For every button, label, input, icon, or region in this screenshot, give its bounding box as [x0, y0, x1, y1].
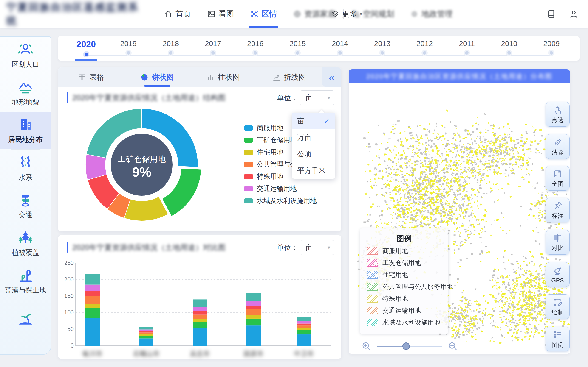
sidebar-item-island[interactable]: [0, 300, 51, 337]
pie-legend-item[interactable]: 特殊用地: [244, 172, 284, 181]
bar-segment-交通运输用地[interactable]: [246, 301, 261, 306]
bar-segment-工矿仓储用地[interactable]: [246, 319, 261, 325]
bar-segment-特殊用地[interactable]: [246, 306, 261, 309]
map-tool-标注[interactable]: 标注: [545, 198, 570, 223]
bar-segment-住宅用地[interactable]: [297, 328, 311, 330]
sidebar-item-地形地貌[interactable]: 地形地貌: [0, 74, 51, 112]
pie-legend-item[interactable]: 住宅用地: [244, 148, 284, 157]
bar-segment-特殊用地[interactable]: [86, 291, 100, 296]
tab-折线图[interactable]: 折线图: [256, 67, 322, 87]
collapse-panel-button[interactable]: «: [322, 67, 341, 87]
tab-饼状图[interactable]: 饼状图: [124, 67, 190, 87]
nav-item-more[interactable]: 更多 ▾: [324, 0, 369, 28]
bar-segment-水域及水利设施用地[interactable]: [246, 293, 261, 301]
terrain-icon: [17, 79, 34, 95]
zoom-slider-track[interactable]: [377, 346, 442, 347]
stacked-bar-chart[interactable]: 250200150100500: [65, 260, 336, 349]
bar-segment-住宅用地[interactable]: [86, 304, 100, 308]
map-tool-GPS[interactable]: GPS: [545, 262, 570, 287]
map-tool-全图[interactable]: 全图: [545, 166, 570, 191]
sidebar-item-交通[interactable]: 交通: [0, 187, 51, 225]
timeline-year-2017[interactable]: 2017: [199, 36, 227, 60]
donut-chart[interactable]: 工矿仓储用地9%: [82, 105, 201, 224]
bar-segment-工矿仓储用地[interactable]: [86, 308, 100, 318]
timeline-year-2009[interactable]: 2009: [538, 36, 565, 60]
bar-segment-交通运输用地[interactable]: [139, 329, 153, 331]
nav-item-2[interactable]: 看图: [199, 0, 242, 28]
bar-segment-住宅用地[interactable]: [193, 319, 207, 322]
pie-legend-item[interactable]: 工矿仓储用地: [244, 135, 297, 145]
nav-divider: [460, 9, 461, 19]
nav-item-1[interactable]: 首页: [156, 0, 199, 28]
bar-segment-商服用地[interactable]: [139, 338, 153, 346]
bar-segment-公共管理与公共服务用地[interactable]: [297, 325, 311, 328]
timeline-year-2018[interactable]: 2018: [157, 36, 184, 60]
nav-item-3[interactable]: 区情: [242, 0, 285, 28]
map-tool-绘制[interactable]: 绘制: [545, 294, 570, 319]
bar-segment-工矿仓储用地[interactable]: [297, 330, 311, 334]
unit-select-bar[interactable]: 亩 ▾: [300, 240, 334, 255]
bar-segment-水域及水利设施用地[interactable]: [139, 327, 153, 330]
bar-segment-商服用地[interactable]: [246, 325, 261, 346]
bar-segment-公共管理与公共服务用地[interactable]: [246, 309, 261, 315]
user-icon[interactable]: [569, 9, 579, 19]
map-tool-对比[interactable]: 对比: [545, 230, 570, 255]
timeline-year-2013[interactable]: 2013: [368, 36, 396, 60]
timeline-year-2012[interactable]: 2012: [411, 36, 438, 60]
sidebar-item-植被覆盖[interactable]: 植被覆盖: [0, 225, 51, 262]
timeline-year-2019[interactable]: 2019: [115, 36, 142, 60]
timeline-year-2016[interactable]: 2016: [242, 36, 269, 60]
magnifier-plus-icon[interactable]: [361, 341, 372, 351]
sidebar-item-水系[interactable]: 水系: [0, 150, 51, 187]
map-tool-图例[interactable]: 图例: [545, 327, 570, 351]
journal-icon[interactable]: [546, 9, 556, 19]
unit-option-平方千米[interactable]: 平方千米: [292, 162, 335, 179]
sidebar-item-居民地分布[interactable]: 居民地分布: [0, 112, 51, 149]
magnifier-minus-icon[interactable]: [447, 341, 458, 351]
pie-legend-item[interactable]: 商服用地: [244, 123, 284, 133]
pie-legend-item[interactable]: 水域及水利设施用地: [244, 196, 317, 206]
bar-segment-商服用地[interactable]: [86, 318, 100, 346]
map-tool-点选[interactable]: 点选: [545, 102, 570, 127]
bar-segment-交通运输用地[interactable]: [86, 285, 100, 291]
bar-segment-商服用地[interactable]: [297, 334, 311, 346]
bar-segment-公共管理与公共服务用地[interactable]: [139, 332, 153, 334]
bar-segment-工矿仓储用地[interactable]: [139, 336, 153, 339]
unit-option-公顷[interactable]: 公顷: [292, 146, 335, 162]
pie-legend-item[interactable]: 交通运输用地: [244, 184, 297, 193]
bar-segment-公共管理与公共服务用地[interactable]: [86, 296, 100, 304]
timeline-year-2020[interactable]: 2020: [72, 36, 100, 60]
map-legend-swatch: [367, 271, 378, 279]
bar-segment-交通运输用地[interactable]: [297, 321, 311, 323]
bar-segment-水域及水利设施用地[interactable]: [86, 274, 100, 285]
bar-segment-特殊用地[interactable]: [297, 324, 311, 326]
map-legend-item: 住宅用地: [367, 270, 408, 279]
unit-option-万亩[interactable]: 万亩: [292, 129, 335, 146]
unit-option-亩[interactable]: 亩✓: [292, 113, 335, 129]
sidebar-item-荒漠与裸土地[interactable]: 荒漠与裸土地: [0, 262, 51, 300]
tab-柱状图[interactable]: 柱状图: [190, 67, 256, 87]
timeline-year-2010[interactable]: 2010: [495, 36, 523, 60]
year-dot: [127, 51, 130, 55]
bar-segment-住宅用地[interactable]: [139, 334, 153, 336]
unit-select-pie[interactable]: 亩 ▾: [300, 90, 334, 105]
sidebar-item-区划人口[interactable]: 区划人口: [0, 37, 51, 74]
pie-slice-住宅用地[interactable]: [124, 197, 168, 221]
zoom-slider-handle[interactable]: [402, 342, 410, 350]
nav-item-6[interactable]: 地政管理: [402, 0, 460, 28]
bar-segment-水域及水利设施用地[interactable]: [193, 299, 207, 307]
map-tool-清除[interactable]: 清除: [545, 134, 570, 159]
bar-segment-工矿仓储用地[interactable]: [193, 322, 207, 328]
bar-segment-商服用地[interactable]: [193, 328, 207, 346]
timeline-year-2011[interactable]: 2011: [453, 36, 481, 60]
bar-segment-特殊用地[interactable]: [139, 331, 153, 332]
timeline-year-2014[interactable]: 2014: [326, 36, 354, 60]
timeline-year-2015[interactable]: 2015: [284, 36, 311, 60]
resource-icon: [293, 10, 302, 18]
bar-segment-住宅用地[interactable]: [246, 315, 261, 319]
bar-segment-特殊用地[interactable]: [193, 311, 207, 315]
bar-segment-交通运输用地[interactable]: [193, 307, 207, 311]
bar-segment-水域及水利设施用地[interactable]: [297, 317, 311, 321]
bar-segment-公共管理与公共服务用地[interactable]: [193, 315, 207, 319]
tab-表格[interactable]: 表格: [58, 67, 124, 87]
